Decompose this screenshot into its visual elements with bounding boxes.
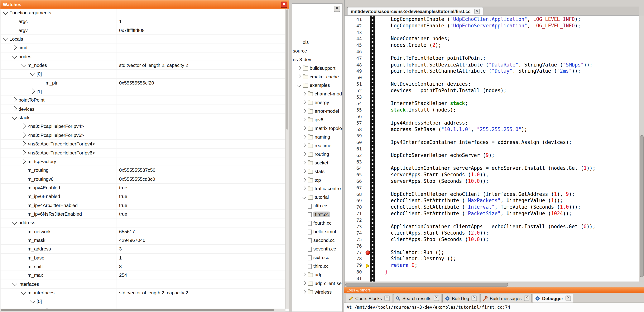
chevron-right-icon[interactable]: [297, 66, 301, 70]
breakpoint-margin-cell[interactable]: [365, 88, 377, 94]
watch-row[interactable]: [1]: [0, 87, 285, 96]
watch-row[interactable]: m_ipv4ArpJitterEnabledtrue: [0, 201, 285, 210]
code-line[interactable]: [385, 133, 638, 140]
tree-item-source[interactable]: source: [292, 47, 342, 55]
chevron-right-icon[interactable]: [302, 281, 306, 285]
code-line[interactable]: clientApps.Stop (Seconds (10.0));: [385, 236, 638, 243]
tree-item-tcp[interactable]: tcp: [292, 176, 342, 184]
chevron-right-icon[interactable]: [12, 45, 17, 50]
chevron-right-icon[interactable]: [21, 150, 26, 155]
code-line[interactable]: UdpEchoClientHelper echoClient (interfac…: [385, 191, 638, 198]
code-line[interactable]: [385, 275, 638, 282]
watch-row[interactable]: interfaces: [0, 280, 285, 289]
chevron-right-icon[interactable]: [12, 97, 17, 103]
code-line[interactable]: serverApps.Stop (Seconds (10.0));: [385, 178, 638, 185]
chevron-right-icon[interactable]: [302, 92, 306, 96]
chevron-down-icon[interactable]: [12, 53, 17, 58]
chevron-right-icon[interactable]: [302, 126, 306, 130]
breakpoint-margin-cell[interactable]: [365, 224, 377, 230]
close-icon[interactable]: ✕: [384, 296, 390, 301]
logs-tab-build-log[interactable]: Build log✕: [442, 294, 480, 303]
breakpoint-margin-cell[interactable]: [365, 230, 377, 237]
watches-horizontal-scrollbar[interactable]: [0, 309, 285, 312]
tree-item-ns-3-dev[interactable]: ns-3-dev: [292, 55, 342, 64]
chevron-right-icon[interactable]: [21, 124, 26, 129]
logs-titlebar[interactable]: Logs & others: [344, 287, 644, 293]
chevron-right-icon[interactable]: [302, 109, 306, 113]
tree-item-sixth-cc[interactable]: sixth.cc: [292, 253, 342, 262]
code-line[interactable]: [385, 29, 638, 36]
breakpoint-margin-cell[interactable]: [365, 204, 377, 211]
watch-row[interactable]: <ns3::PcapHelperForIpv6>: [0, 131, 285, 140]
breakpoint-margin-cell[interactable]: [365, 94, 377, 101]
watch-row[interactable]: m_tcpFactory: [0, 157, 285, 166]
code-line[interactable]: [385, 49, 638, 55]
code-line[interactable]: return 0;: [385, 263, 638, 269]
breakpoint-margin-cell[interactable]: [365, 159, 377, 165]
breakpoint-margin-cell[interactable]: [365, 263, 377, 269]
chevron-right-icon[interactable]: [302, 290, 306, 294]
code-line[interactable]: [385, 114, 638, 120]
code-line[interactable]: UdpEchoServerHelper echoServer (9);: [385, 152, 638, 159]
breakpoint-gutter[interactable]: [365, 15, 377, 282]
code-line[interactable]: pointToPoint.SetDeviceAttribute ("DataRa…: [385, 62, 638, 68]
code-line[interactable]: [385, 185, 638, 191]
watch-row[interactable]: argc1: [0, 17, 285, 26]
tree-item-error-model[interactable]: error-model: [292, 107, 342, 116]
tree-item-wireless[interactable]: wireless: [292, 288, 342, 297]
breakpoint-margin-cell[interactable]: [365, 127, 377, 133]
code-line[interactable]: ApplicationContainer clientApps = echoCl…: [385, 224, 638, 230]
code-line[interactable]: [385, 94, 638, 101]
watch-row[interactable]: [0]: [0, 298, 285, 306]
tree-item-tutorial[interactable]: tutorial: [292, 193, 342, 202]
chevron-down-icon[interactable]: [39, 307, 44, 309]
breakpoint-margin-cell[interactable]: [365, 211, 377, 217]
close-icon[interactable]: ✕: [524, 296, 529, 301]
code-line[interactable]: echoClient.SetAttribute ("Interval", Tim…: [385, 204, 638, 211]
tree-item-matrix-topolo[interactable]: matrix-topolo: [292, 124, 342, 133]
chevron-down-icon[interactable]: [21, 62, 26, 67]
chevron-right-icon[interactable]: [21, 133, 26, 138]
code-line[interactable]: LogComponentEnable ("UdpEchoClientApplic…: [385, 16, 638, 23]
code-line[interactable]: Simulator::Destroy ();: [385, 256, 638, 263]
chevron-right-icon[interactable]: [302, 135, 306, 139]
watch-row[interactable]: m_ipv4Enabledtrue: [0, 184, 285, 192]
code-line[interactable]: NetDeviceContainer devices;: [385, 81, 638, 88]
breakpoint-margin-cell[interactable]: [365, 23, 377, 29]
watch-row[interactable]: m_routingv60x5555555cd3c0: [0, 175, 285, 184]
breakpoint-icon[interactable]: [366, 251, 370, 255]
breakpoint-margin-cell[interactable]: [365, 178, 377, 185]
watch-row[interactable]: m_nodesstd::vector of length 2, capacity…: [0, 61, 285, 70]
breakpoint-margin-cell[interactable]: [365, 165, 377, 172]
chevron-right-icon[interactable]: [302, 100, 306, 104]
breakpoint-margin-cell[interactable]: [365, 133, 377, 140]
watch-row[interactable]: m_interfacesstd::vector of length 2, cap…: [0, 289, 285, 298]
watch-row[interactable]: m_ptr0x55555556cf20: [0, 79, 285, 87]
code-line[interactable]: InternetStackHelper stack;: [385, 101, 638, 107]
chevron-right-icon[interactable]: [302, 169, 306, 173]
tree-item-fifth-cc[interactable]: fifth.cc: [292, 202, 342, 210]
chevron-down-icon[interactable]: [12, 220, 17, 225]
tree-item-channel-mod[interactable]: channel-mod: [292, 90, 342, 98]
logs-tab-code-blocks[interactable]: Code::Blocks✕: [346, 294, 392, 303]
watch-row[interactable]: <ns3::PcapHelperForIpv4>: [0, 122, 285, 131]
breakpoint-margin-cell[interactable]: [365, 68, 377, 75]
watch-row[interactable]: m_routing0x555555587c50: [0, 166, 285, 175]
watch-row[interactable]: address: [0, 219, 285, 227]
tree-item-stats[interactable]: stats: [292, 167, 342, 176]
watch-row[interactable]: nodes: [0, 52, 285, 61]
code-line[interactable]: LogComponentEnable ("UdpEchoServerApplic…: [385, 23, 638, 29]
code-line[interactable]: clientApps.Start (Seconds (2.0));: [385, 230, 638, 237]
logs-tab-search-results[interactable]: Search results✕: [393, 294, 442, 303]
tree-item-udp-client-ser[interactable]: udp-client-ser: [292, 279, 342, 288]
chevron-down-icon[interactable]: [12, 281, 17, 286]
close-icon[interactable]: ✕: [474, 9, 480, 14]
watch-row[interactable]: <ns3::AsciiTraceHelperForIpv6>: [0, 149, 285, 157]
code-line[interactable]: echoClient.SetAttribute ("MaxPackets", U…: [385, 198, 638, 204]
watch-row[interactable]: m_shift8: [0, 262, 285, 271]
watch-row[interactable]: devices: [0, 105, 285, 114]
breakpoint-margin-cell[interactable]: [365, 236, 377, 243]
breakpoint-margin-cell[interactable]: [365, 36, 377, 42]
chevron-right-icon[interactable]: [302, 161, 306, 165]
chevron-right-icon[interactable]: [302, 186, 306, 190]
